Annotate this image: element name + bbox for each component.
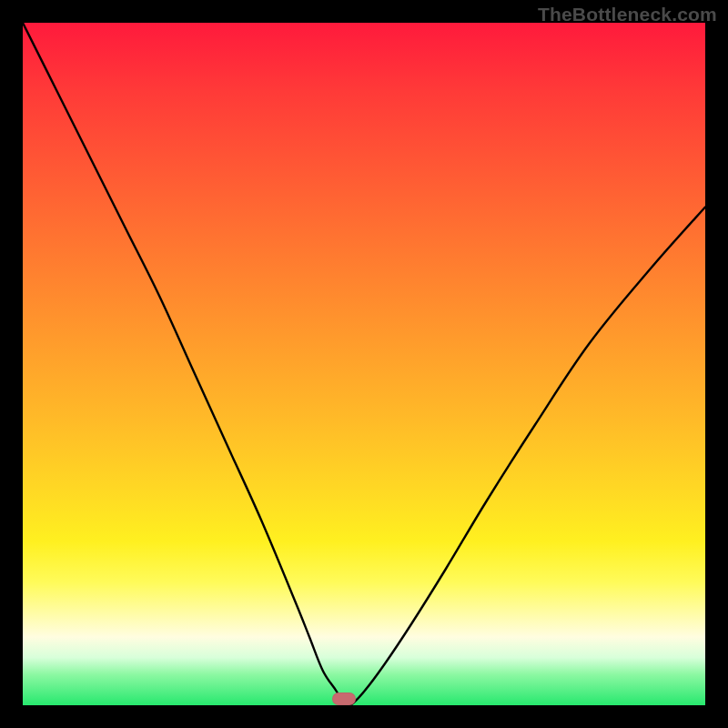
watermark-label: TheBottleneck.com [538, 4, 717, 25]
plot-area [23, 23, 705, 705]
chart-frame: TheBottleneck.com [0, 0, 728, 728]
bottleneck-curve [23, 23, 705, 705]
optimal-marker [332, 693, 356, 705]
